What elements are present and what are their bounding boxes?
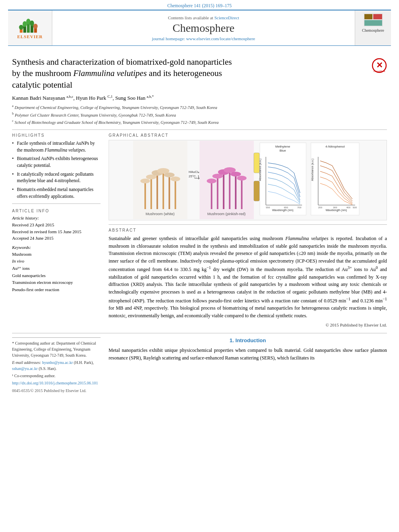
- svg-rect-49: [260, 143, 306, 215]
- highlight-item-1: Facile synthesis of intracellular AuNPs …: [12, 140, 101, 153]
- journal-title: Chemosphere: [173, 22, 234, 35]
- svg-text:650: 650: [284, 206, 288, 209]
- email2-link[interactable]: sshan@yu.ac.kr: [12, 366, 38, 371]
- highlights-list: Facile synthesis of intracellular AuNPs …: [12, 140, 101, 199]
- svg-text:Wavelength (nm): Wavelength (nm): [272, 209, 293, 212]
- svg-text:4-Nitrophenol: 4-Nitrophenol: [325, 145, 345, 148]
- svg-rect-14: [364, 20, 382, 26]
- footnote-email: E-mail addresses: hyunho@ynu.ac.kr (H.H.…: [12, 359, 101, 372]
- svg-text:✕: ✕: [376, 61, 383, 70]
- svg-text:Mushroom (pinkish-red): Mushroom (pinkish-red): [207, 212, 245, 216]
- affiliations: a Department of Chemical Engineering, Co…: [12, 104, 387, 125]
- sciencedirect-link[interactable]: ScienceDirect: [214, 15, 239, 20]
- highlights-divider: [12, 203, 101, 204]
- abstract-label: ABSTRACT: [109, 228, 387, 232]
- svg-text:500: 500: [353, 206, 357, 209]
- section-number-title: 1. Introduction: [109, 337, 387, 343]
- sciencedirect-prefix: Contents lists available at: [168, 15, 214, 20]
- homepage-url[interactable]: www.elsevier.com/locate/chemosphere: [186, 36, 255, 41]
- elsevier-tree-icon: [18, 17, 42, 33]
- journal-cover-icon: [363, 13, 383, 27]
- journal-header: ELSEVIER Contents lists available at Sci…: [8, 10, 391, 46]
- issn-line: 0045-6535/© 2015 Published by Elsevier L…: [12, 388, 101, 394]
- svg-text:Absorbance (a.u.): Absorbance (a.u.): [311, 159, 314, 181]
- intro-title: Introduction: [235, 337, 266, 343]
- keyword-4: Gold nanoparticles: [12, 272, 101, 279]
- svg-text:HAuCl₄: HAuCl₄: [189, 170, 199, 174]
- abstract-text: Sustainable and greener synthesis of int…: [109, 235, 387, 320]
- svg-point-30: [171, 177, 180, 181]
- svg-text:CrossMark: CrossMark: [373, 70, 385, 72]
- affiliation-a: a Department of Chemical Engineering, Co…: [12, 104, 387, 111]
- abstract-section: ABSTRACT Sustainable and greener synthes…: [109, 228, 387, 328]
- svg-text:Blue: Blue: [280, 149, 286, 152]
- graphical-abstract-section: GRAPHICAL ABSTRACT: [109, 133, 387, 220]
- affiliation-c: c School of Biotechnology and Graduate S…: [12, 119, 387, 125]
- svg-text:400: 400: [346, 206, 351, 209]
- svg-text:Mushroom (white): Mushroom (white): [146, 212, 175, 216]
- elsevier-logo: ELSEVIER: [17, 17, 43, 39]
- keyword-3: Au³⁺ ions: [12, 265, 101, 272]
- keyword-1: Mushroom: [12, 251, 101, 258]
- keyword-6: Pseudo-first order reaction: [12, 286, 101, 294]
- crossmark-badge[interactable]: ✕ CrossMark: [372, 58, 387, 75]
- intro-right-col: 1. Introduction Metal nanoparticles exhi…: [109, 337, 387, 395]
- email1-link[interactable]: hyunho@ynu.ac.kr: [42, 360, 73, 365]
- svg-text:300: 300: [333, 206, 337, 209]
- svg-text:550: 550: [266, 206, 270, 209]
- received-date: Received 23 April 2015: [12, 222, 101, 228]
- svg-text:Wavelength (nm): Wavelength (nm): [325, 209, 347, 212]
- homepage-prefix: journal homepage:: [152, 36, 186, 41]
- abstract-divider: [109, 224, 387, 225]
- svg-rect-69: [254, 153, 259, 173]
- doi-link[interactable]: http://dx.doi.org/10.1016/j.chemosphere.…: [12, 381, 98, 385]
- article-title-italic: Flammulina velutipes: [73, 68, 147, 78]
- svg-text:200: 200: [318, 206, 323, 209]
- article-title-part4: catalytic potential: [12, 80, 72, 90]
- footnotes-area: * Corresponding author at: Department of…: [12, 337, 101, 394]
- authors-line: Kannan Badri Narayanan a,b,c, Hyun Ho Pa…: [12, 94, 387, 101]
- article-info-label: ARTICLE INFO: [12, 209, 101, 213]
- keywords-list: Mushroom In vivo Au³⁺ ions Gold nanopart…: [12, 251, 101, 294]
- footnote-doi: http://dx.doi.org/10.1016/j.chemosphere.…: [12, 380, 101, 386]
- crossmark-icon: ✕ CrossMark: [372, 58, 387, 73]
- journal-header-main: Contents lists available at ScienceDirec…: [52, 10, 355, 45]
- svg-point-25: [140, 179, 150, 183]
- svg-point-5: [19, 25, 24, 29]
- svg-point-46: [230, 172, 241, 177]
- intro-text: Metal nanoparticles exhibit unique physi…: [109, 347, 387, 362]
- main-content: ✕ CrossMark Synthesis and characterizati…: [0, 46, 399, 400]
- keyword-2: In vivo: [12, 258, 101, 265]
- footnote-co-author: ¹ Co-corresponding author.: [12, 373, 101, 379]
- svg-rect-70: [254, 181, 259, 201]
- svg-point-8: [30, 21, 34, 26]
- journal-homepage: journal homepage: www.elsevier.com/locat…: [152, 36, 255, 41]
- keyword-5: Transmission electron microscopy: [12, 279, 101, 286]
- article-title-part3: and its heterogeneous: [147, 68, 222, 78]
- article-info: Article history: Received 23 April 2015 …: [12, 216, 101, 293]
- article-dates: Received 23 April 2015 Received in revis…: [12, 222, 101, 242]
- journal-right-logo-text: Chemosphere: [362, 28, 384, 33]
- accepted-date: Accepted 24 June 2015: [12, 235, 101, 242]
- intro-two-col: * Corresponding author at: Department of…: [12, 337, 387, 395]
- left-column: HIGHLIGHTS Facile synthesis of intracell…: [12, 133, 101, 328]
- affiliation-b: b Polymer Gel Cluster Research Center, Y…: [12, 111, 387, 118]
- article-title-part2: by the mushroom: [12, 68, 73, 78]
- highlight-item-3: It catalytically reduced organic polluta…: [12, 171, 101, 184]
- highlights-label: HIGHLIGHTS: [12, 133, 101, 138]
- keywords-label: Keywords:: [12, 245, 101, 250]
- received-revised-date: Received in revised form 15 June 2015: [12, 228, 101, 235]
- intro-number: 1.: [230, 337, 234, 343]
- highlight-item-4: Biomatrix-embedded metal nanoparticles o…: [12, 186, 101, 199]
- graphical-abstract-label: GRAPHICAL ABSTRACT: [109, 133, 387, 138]
- title-divider: [12, 129, 387, 130]
- intro-left-col: * Corresponding author at: Department of…: [12, 337, 101, 395]
- svg-text:Methylene: Methylene: [276, 145, 290, 148]
- graphical-abstract-svg: Mushroom (white) → HAuCl₄ 25°C, 12 h: [109, 141, 387, 219]
- introduction-section: * Corresponding author at: Department of…: [12, 333, 387, 395]
- copyright-line: © 2015 Published by Elsevier Ltd.: [109, 322, 387, 327]
- highlight-item-2: Biomatrixed AuNPs exhibits heterogeneous…: [12, 155, 101, 168]
- history-label: Article history:: [12, 216, 101, 220]
- svg-point-9: [33, 24, 38, 29]
- article-title-part1: Synthesis and characterization of biomat…: [12, 57, 232, 67]
